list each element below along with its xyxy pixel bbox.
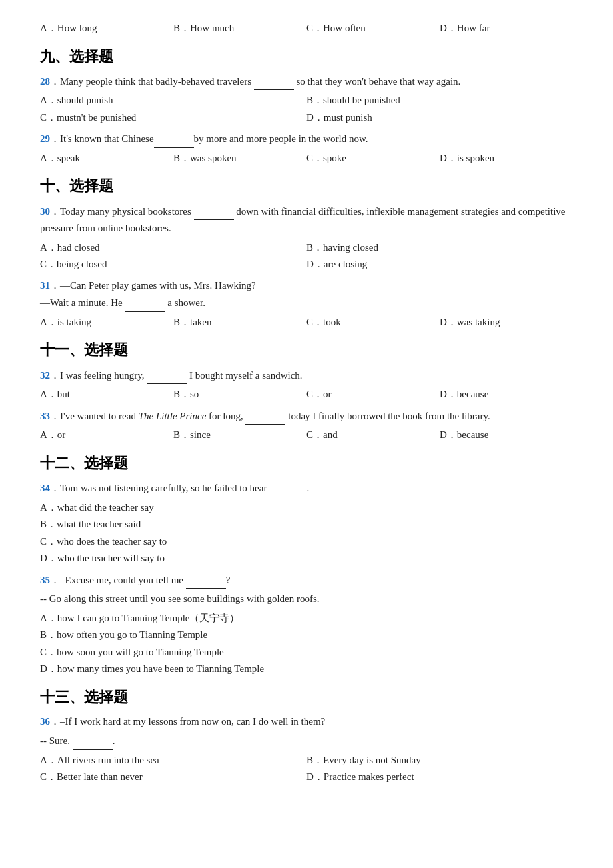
q28-options: A．should punish B．should be punished C．m…: [40, 92, 573, 126]
question-28: 28．Many people think that badly-behaved …: [40, 73, 573, 127]
q32-number: 32: [40, 370, 50, 381]
q35-optB: B．how often you go to Tianning Temple: [40, 627, 573, 644]
q35-blank: [186, 571, 226, 589]
q34-text: 34．Tom was not listening carefully, so h…: [40, 479, 573, 497]
q35-optD: D．how many times you have been to Tianni…: [40, 661, 573, 678]
q36-number: 36: [40, 716, 50, 727]
q31-blank: [125, 294, 165, 312]
q35-number: 35: [40, 575, 50, 585]
section-13-header: 十三、选择题: [40, 685, 573, 709]
question-34: 34．Tom was not listening carefully, so h…: [40, 479, 573, 567]
q29-number: 29: [40, 133, 50, 144]
option-A-how-long: A．How long: [40, 20, 173, 37]
q34-optB: B．what the teacher said: [40, 516, 573, 533]
q33-text: 33．I've wanted to read The Little Prince…: [40, 407, 573, 425]
q29-optB: B．was spoken: [173, 150, 306, 167]
q33-optD: D．because: [440, 427, 573, 444]
top-option-row: A．How long B．How much C．How often D．How …: [40, 20, 573, 37]
q30-number: 30: [40, 206, 50, 217]
question-36: 36．–If I work hard at my lessons from no…: [40, 713, 573, 786]
option-C-how-often: C．How often: [306, 20, 440, 37]
q36-optB: B．Every day is not Sunday: [306, 752, 573, 769]
question-30: 30．Today many physical bookstores down w…: [40, 203, 573, 273]
q33-optB: B．since: [173, 427, 306, 444]
q32-options: A．but B．so C．or D．because: [40, 386, 573, 403]
q32-optC: C．or: [306, 386, 440, 403]
section-11-header: 十一、选择题: [40, 337, 573, 362]
q31-options: A．is taking B．taken C．took D．was taking: [40, 314, 573, 331]
section-10-header: 十、选择题: [40, 173, 573, 198]
q28-text: 28．Many people think that badly-behaved …: [40, 73, 573, 91]
q32-optA: A．but: [40, 386, 173, 403]
q33-options: A．or B．since C．and D．because: [40, 427, 573, 444]
q28-optC: C．mustn't be punished: [40, 109, 306, 127]
q34-number: 34: [40, 483, 50, 493]
q28-optB: B．should be punished: [306, 92, 573, 109]
q36-text: 36．–If I work hard at my lessons from no…: [40, 713, 573, 731]
q33-book-title: The Little Prince: [139, 411, 207, 421]
q30-optC: C．being closed: [40, 256, 306, 273]
q28-optA: A．should punish: [40, 92, 306, 109]
q32-text: 32．I was feeling hungry, I bought myself…: [40, 367, 573, 385]
q35-optC: C．how soon you will go to Tianning Templ…: [40, 644, 573, 661]
q32-blank: [147, 367, 187, 385]
option-D-how-far: D．How far: [440, 20, 573, 37]
q32-optD: D．because: [440, 386, 573, 403]
q36-options: A．All rivers run into the sea B．Every da…: [40, 752, 573, 786]
q34-blank: [267, 479, 306, 497]
q36-blank: [73, 732, 113, 750]
q29-blank: [154, 130, 194, 148]
q30-blank: [194, 203, 234, 221]
section-9-header: 九、选择题: [40, 44, 573, 69]
q34-optD: D．who the teacher will say to: [40, 550, 573, 567]
q31-optC: C．took: [306, 314, 440, 331]
q29-optA: A．speak: [40, 150, 173, 167]
q33-number: 33: [40, 411, 50, 421]
q31-number: 31: [40, 280, 50, 291]
q29-options: A．speak B．was spoken C．spoke D．is spoken: [40, 150, 573, 167]
q29-optC: C．spoke: [306, 150, 440, 167]
q32-optB: B．so: [173, 386, 306, 403]
q33-optC: C．and: [306, 427, 440, 444]
question-31: 31．—Can Peter play games with us, Mrs. H…: [40, 277, 573, 331]
option-B-how-much: B．How much: [173, 20, 306, 37]
section-12-header: 十二、选择题: [40, 451, 573, 475]
q31-optD: D．was taking: [440, 314, 573, 331]
question-35: 35．–Excuse me, could you tell me ? -- Go…: [40, 571, 573, 678]
q31-optB: B．taken: [173, 314, 306, 331]
q34-options: A．what did the teacher say B．what the te…: [40, 499, 573, 567]
q30-optD: D．are closing: [306, 256, 573, 273]
q30-optA: A．had closed: [40, 239, 306, 257]
q34-optC: C．who does the teacher say to: [40, 533, 573, 551]
question-32: 32．I was feeling hungry, I bought myself…: [40, 367, 573, 403]
q35-subtext: -- Go along this street until you see so…: [40, 591, 573, 608]
q33-blank: [245, 407, 285, 425]
q29-text: 29．It's known that Chinese by more and m…: [40, 130, 573, 148]
q28-number: 28: [40, 76, 50, 87]
q36-optA: A．All rivers run into the sea: [40, 752, 306, 769]
q36-optC: C．Better late than never: [40, 769, 306, 786]
q36-subtext: -- Sure. .: [40, 732, 573, 750]
question-29: 29．It's known that Chinese by more and m…: [40, 130, 573, 167]
q30-text: 30．Today many physical bookstores down w…: [40, 203, 573, 237]
q31-optA: A．is taking: [40, 314, 173, 331]
q31-text: 31．—Can Peter play games with us, Mrs. H…: [40, 277, 573, 312]
q33-optA: A．or: [40, 427, 173, 444]
q28-optD: D．must punish: [306, 109, 573, 127]
q30-optB: B．having closed: [306, 239, 573, 257]
q34-optA: A．what did the teacher say: [40, 499, 573, 517]
q35-optA: A．how I can go to Tianning Temple（天宁寺）: [40, 610, 573, 627]
question-33: 33．I've wanted to read The Little Prince…: [40, 407, 573, 444]
q30-options: A．had closed B．having closed C．being clo…: [40, 239, 573, 273]
q36-optD: D．Practice makes perfect: [306, 769, 573, 786]
q28-blank: [254, 73, 294, 91]
q29-optD: D．is spoken: [440, 150, 573, 167]
q35-text: 35．–Excuse me, could you tell me ?: [40, 571, 573, 589]
q35-options: A．how I can go to Tianning Temple（天宁寺） B…: [40, 610, 573, 678]
